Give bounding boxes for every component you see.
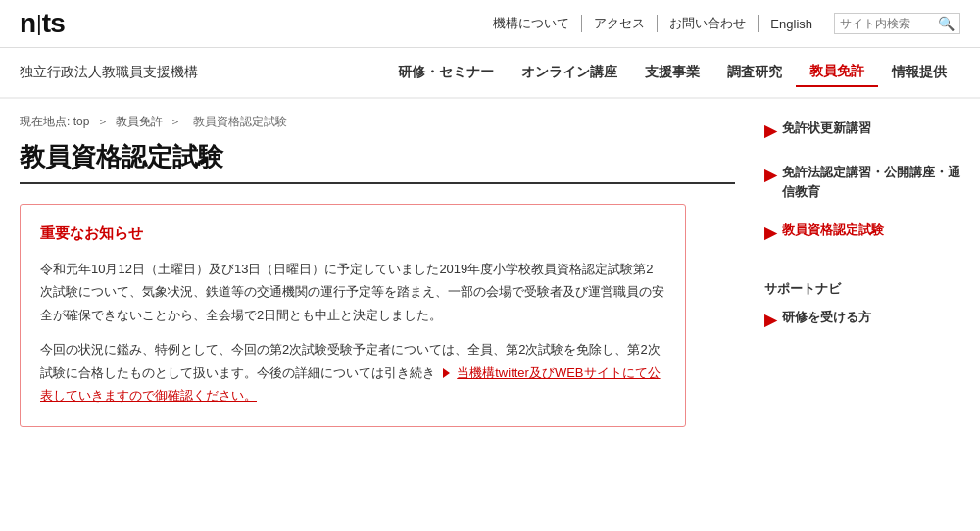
search-box: 🔍 [834, 13, 960, 34]
sidebar-link-menkyo-koshu2[interactable]: ▶ 免許法認定講習・公開講座・通信教育 [764, 163, 960, 201]
sidebar-arrow-4: ▶ [764, 309, 776, 332]
notice-body: 令和元年10月12日（土曜日）及び13日（日曜日）に予定していました2019年度… [40, 258, 665, 407]
top-nav: 機構について アクセス お問い合わせ English [481, 15, 824, 32]
top-bar: n | ts 機構について アクセス お問い合わせ English 🔍 [0, 0, 980, 48]
sidebar-link-shiken[interactable]: ▶ 教員資格認定試験 [764, 220, 960, 245]
sidebar-link-kenshu[interactable]: ▶ 研修を受ける方 [764, 308, 960, 332]
nav-chosa[interactable]: 調査研究 [713, 59, 796, 86]
sidebar-arrow-2: ▶ [764, 164, 776, 187]
org-name: 独立行政法人教職員支援機構 [20, 64, 198, 81]
nav-shien[interactable]: 支援事業 [631, 59, 713, 86]
notice-para2: 今回の状況に鑑み、特例として、今回の第2次試験受験予定者については、全員、第2次… [40, 338, 665, 407]
nav-contact[interactable]: お問い合わせ [658, 15, 759, 32]
nav-joho[interactable]: 情報提供 [878, 59, 960, 86]
breadcrumb-menkyo[interactable]: 教員免許 [116, 115, 163, 128]
sidebar-arrow-3: ▶ [764, 221, 776, 245]
main-nav: 研修・セミナー オンライン講座 支援事業 調査研究 教員免許 情報提供 [384, 58, 960, 87]
breadcrumb-top[interactable]: 現在地点: top [20, 115, 89, 128]
sidebar: ▶ 免許状更新講習 ▶ 免許法認定講習・公開講座・通信教育 ▶ 教員資格認定試験… [764, 99, 960, 427]
sidebar-label-2: 免許法認定講習・公開講座・通信教育 [782, 163, 960, 201]
search-input[interactable] [840, 17, 938, 30]
breadcrumb-sep1: ＞ [97, 115, 112, 128]
breadcrumb: 現在地点: top ＞ 教員免許 ＞ 教員資格認定試験 [20, 114, 735, 130]
sidebar-label-3: 教員資格認定試験 [782, 220, 884, 240]
sidebar-label-4: 研修を受ける方 [782, 308, 871, 327]
main-content: 現在地点: top ＞ 教員免許 ＞ 教員資格認定試験 教員資格認定試験 重要な… [20, 99, 735, 427]
nav-english[interactable]: English [759, 17, 824, 31]
notice-arrow [443, 368, 450, 378]
nav-kenshu[interactable]: 研修・セミナー [384, 59, 508, 86]
sidebar-arrow-1: ▶ [764, 120, 776, 143]
support-nav-title: サポートナビ [764, 265, 960, 298]
nav-online[interactable]: オンライン講座 [508, 59, 631, 86]
nav-kiko[interactable]: 機構について [481, 15, 582, 32]
logo: n | ts [20, 8, 65, 39]
nav-menkyo[interactable]: 教員免許 [796, 58, 878, 87]
search-button[interactable]: 🔍 [938, 16, 955, 31]
nav-access[interactable]: アクセス [582, 15, 658, 32]
sidebar-link-menkyo-koshu[interactable]: ▶ 免許状更新講習 [764, 119, 960, 143]
notice-box: 重要なお知らせ 令和元年10月12日（土曜日）及び13日（日曜日）に予定していま… [20, 204, 686, 427]
sidebar-label-1: 免許状更新講習 [782, 119, 871, 138]
logo-n: n [20, 8, 35, 39]
header: 独立行政法人教職員支援機構 研修・セミナー オンライン講座 支援事業 調査研究 … [0, 48, 980, 99]
content-wrap: 現在地点: top ＞ 教員免許 ＞ 教員資格認定試験 教員資格認定試験 重要な… [0, 99, 980, 427]
notice-para1: 令和元年10月12日（土曜日）及び13日（日曜日）に予定していました2019年度… [40, 258, 665, 326]
logo-sep: | [36, 11, 41, 36]
page-title: 教員資格認定試験 [20, 140, 735, 184]
notice-title: 重要なお知らせ [40, 224, 665, 243]
breadcrumb-current: 教員資格認定試験 [193, 115, 287, 128]
logo-ts: ts [42, 8, 65, 39]
breadcrumb-sep2: ＞ [170, 115, 184, 128]
